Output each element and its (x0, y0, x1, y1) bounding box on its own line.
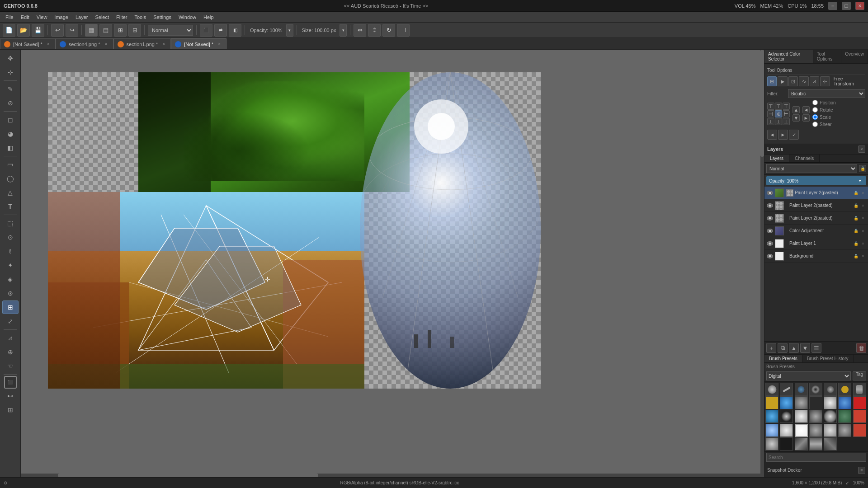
arrow-down[interactable]: ▼ (793, 114, 800, 122)
layer-lock-2[interactable]: 🔒 (853, 215, 859, 221)
brush-cell-29[interactable] (780, 437, 793, 450)
brush-cell-10[interactable] (809, 396, 822, 409)
brush-cell-30[interactable] (795, 437, 808, 450)
save-button[interactable]: 💾 (32, 24, 44, 37)
transform-free-btn[interactable]: ⊞ (767, 76, 777, 86)
layer-lock-4[interactable]: 🔒 (853, 240, 859, 247)
brush-cell-3[interactable] (809, 383, 822, 396)
brush-cell-13[interactable] (853, 396, 866, 409)
brush-cell-23[interactable] (795, 424, 808, 437)
arrow-up[interactable]: ▲ (793, 106, 800, 113)
handle-mr[interactable]: ⊢ (783, 110, 790, 117)
brush-cell-19[interactable] (838, 410, 851, 423)
tool-path[interactable]: △ (2, 186, 19, 199)
layers-settings-btn[interactable]: × (858, 145, 865, 153)
tab-advanced-color-selector[interactable]: Advanced Color Selector (764, 50, 813, 63)
brush-cell-24[interactable] (809, 424, 822, 437)
shear-radio[interactable] (812, 122, 818, 127)
brush-cell-28[interactable] (765, 437, 778, 450)
tab-close-2[interactable]: × (103, 41, 109, 47)
brush-cell-15[interactable] (780, 410, 793, 423)
handle-bl[interactable]: ⊥ (767, 118, 774, 125)
tool-move[interactable]: ✥ (2, 52, 19, 65)
menu-layer[interactable]: Layer (72, 14, 92, 21)
layers-blend-select[interactable]: Normal Multiply Screen (766, 164, 857, 173)
blend-mode-select[interactable]: Normal Multiply Screen Overlay (148, 25, 193, 36)
handle-bc[interactable]: ⊥ (775, 118, 782, 125)
layer-vis-1[interactable] (766, 202, 774, 209)
brush-cell-4[interactable] (824, 383, 837, 396)
layer-item-2[interactable]: Paint Layer 2(pasted) 🔒 × (764, 212, 868, 225)
redo-button[interactable]: ↪ (66, 24, 78, 37)
tab-close-4[interactable]: × (216, 41, 222, 47)
tool-calligraphy[interactable]: ⊘ (2, 96, 19, 110)
tool-rect[interactable]: ▭ (2, 158, 19, 171)
layer-del-4[interactable]: × (860, 240, 866, 247)
brush-cell-26[interactable] (838, 424, 851, 437)
tool-lasso[interactable]: ℓ (2, 244, 19, 258)
align-button[interactable]: ⊣ (397, 24, 410, 37)
brush-cell-12[interactable] (838, 396, 851, 409)
tool-select-rect[interactable]: ⬚ (2, 216, 19, 230)
brush-cell-21[interactable] (765, 424, 778, 437)
tab-section1[interactable]: section1.png * × (113, 38, 171, 49)
menu-tools[interactable]: Tools (131, 14, 150, 21)
canvas-scrollbar-v[interactable] (760, 50, 764, 477)
menu-window[interactable]: Window (175, 14, 200, 21)
brush-cell-11[interactable] (824, 396, 837, 409)
canvas-content[interactable]: ✛ (48, 72, 541, 389)
menu-edit[interactable]: Edit (17, 14, 33, 21)
layer-vis-5[interactable] (766, 253, 774, 260)
tool-transform[interactable]: ⊹ (2, 66, 19, 79)
tab-section4[interactable]: section4.png * × (56, 38, 113, 49)
swap-colors[interactable]: ⇄ (214, 24, 227, 37)
brush-cell-20[interactable] (853, 410, 866, 423)
brush-cell-8[interactable] (780, 396, 793, 409)
tool-warp[interactable]: ⤢ (2, 314, 19, 328)
size-dropdown[interactable]: ▾ (340, 24, 347, 37)
tool-pan[interactable]: ☜ (2, 359, 19, 373)
transform-liquify-btn[interactable]: ∿ (799, 76, 808, 86)
tab-not-saved-2[interactable]: [Not Saved] * × (171, 38, 226, 49)
tool-text[interactable]: T (2, 200, 19, 213)
menu-image[interactable]: Image (51, 14, 72, 21)
layer-lock-3[interactable]: 🔒 (853, 228, 859, 234)
brush-cell-2[interactable] (795, 383, 808, 396)
undo-button[interactable]: ↩ (51, 24, 64, 37)
brush-cell-5[interactable] (838, 383, 851, 396)
menu-view[interactable]: View (33, 14, 51, 21)
tool-reference[interactable]: ⊞ (2, 403, 19, 417)
move-layer-down-btn[interactable]: ▼ (800, 343, 810, 353)
tab-channels[interactable]: Channels (789, 155, 820, 162)
add-layer-btn[interactable]: + (766, 343, 776, 353)
brush-cell-27[interactable] (853, 424, 866, 437)
layer-vis-4[interactable] (766, 240, 774, 247)
layer-del-1[interactable]: × (860, 202, 866, 209)
close-button[interactable]: × (855, 2, 864, 10)
arrow-right[interactable]: ► (802, 114, 810, 122)
tab-tool-options[interactable]: Tool Options (813, 50, 842, 63)
color-fg[interactable]: ⬛ (4, 376, 17, 389)
brush-cell-16[interactable] (795, 410, 808, 423)
tool-select-ellipse[interactable]: ⊙ (2, 230, 19, 244)
layer-del-3[interactable]: × (860, 228, 866, 234)
canvas-scrollbar-h[interactable] (21, 474, 764, 477)
tool-color-picker[interactable]: ⊿ (2, 331, 19, 345)
menu-file[interactable]: File (2, 14, 17, 21)
brush-cell-31[interactable] (809, 437, 822, 450)
layer-lock-0[interactable]: 🔒 (853, 190, 859, 196)
layer-item-4[interactable]: Paint Layer 1 🔒 × (764, 237, 868, 250)
handle-ml[interactable]: ⊣ (767, 110, 774, 117)
opacity-dropdown-btn[interactable]: ▾ (856, 177, 863, 184)
layer-props-btn[interactable]: ☰ (811, 343, 821, 353)
position-radio[interactable] (812, 100, 818, 105)
layer-item-0[interactable]: Paint Layer 2(pasted) 🔒 × (764, 187, 868, 199)
color-options[interactable]: ◧ (229, 24, 241, 37)
tag-button[interactable]: Tag (853, 371, 866, 380)
nav-left[interactable]: ◄ (767, 130, 777, 140)
tab-brush-preset-history[interactable]: Brush Preset History (802, 355, 854, 362)
filter-select[interactable]: Bicubic Bilinear None (788, 89, 865, 98)
layer-lock-5[interactable]: 🔒 (853, 253, 859, 259)
toggle-layout3-button[interactable]: ⊞ (114, 24, 127, 37)
brush-cell-1[interactable] (780, 383, 793, 396)
